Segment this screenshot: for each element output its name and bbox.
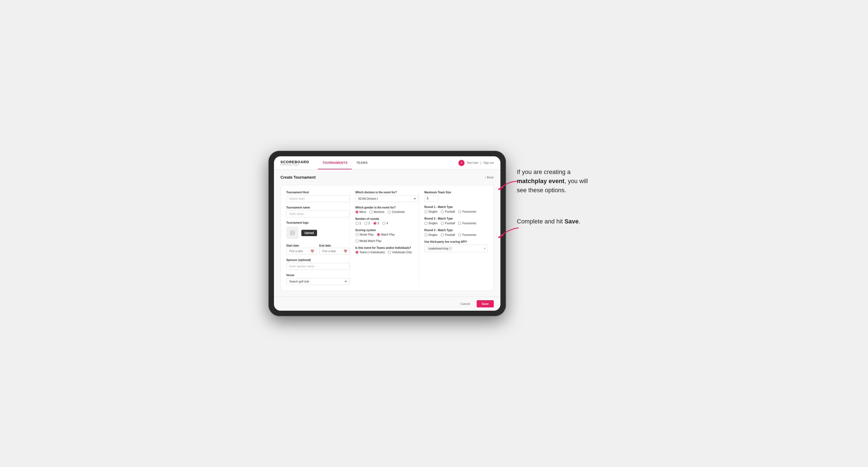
gender-womens-radio[interactable] xyxy=(370,211,373,214)
tablet-frame: SCOREBOARD Powered by clippit TOURNAMENT… xyxy=(269,151,506,316)
dates-group: Start date 📅 End date xyxy=(286,243,350,255)
round3-foursomes-option[interactable]: Foursomes xyxy=(458,234,476,237)
api-label: Use third-party live scoring API? xyxy=(425,240,488,243)
sign-out-link[interactable]: Sign out xyxy=(484,161,494,164)
round2-foursomes-option[interactable]: Foursomes xyxy=(458,222,476,225)
app-header: SCOREBOARD Powered by clippit TOURNAMENT… xyxy=(274,156,500,169)
gender-combined-radio[interactable] xyxy=(388,211,391,214)
scoring-medal-option[interactable]: Medal Match Play xyxy=(355,240,381,243)
round2-singles-option[interactable]: Singles xyxy=(425,222,438,225)
round1-singles-option[interactable]: Singles xyxy=(425,210,438,213)
cancel-button[interactable]: Cancel xyxy=(457,300,474,307)
logo-upload-area: Upload xyxy=(286,227,350,239)
sponsor-input[interactable] xyxy=(286,263,350,270)
scoring-match-option[interactable]: Match Play xyxy=(377,233,395,236)
back-button[interactable]: ‹ Back xyxy=(485,176,494,179)
tournament-host-input[interactable] xyxy=(286,195,350,202)
round3-singles-option[interactable]: Singles xyxy=(425,234,438,237)
round1-singles-radio[interactable] xyxy=(425,210,428,213)
teams-individuals-option[interactable]: Individuals Only xyxy=(388,251,412,254)
round2-fourball-radio[interactable] xyxy=(441,222,444,225)
rounds-4-radio[interactable] xyxy=(382,222,385,225)
rounds-1-option[interactable]: 1 xyxy=(355,222,361,225)
scoring-medal-radio[interactable] xyxy=(355,240,359,243)
rounds-3-option[interactable]: 3 xyxy=(373,222,379,225)
scoring-radio-group: Stroke Play Match Play Medal Match Play xyxy=(355,233,419,243)
round1-fourball-radio[interactable] xyxy=(441,210,444,213)
end-date-label: End date xyxy=(319,244,331,247)
round1-foursomes-label: Foursomes xyxy=(462,210,476,213)
teams-label: Is this event for Teams and/or Individua… xyxy=(355,246,419,249)
tournament-host-group: Tournament Host xyxy=(286,191,350,202)
rounds-2-radio[interactable] xyxy=(364,222,367,225)
round2-radio-group: Singles Fourball Foursomes xyxy=(425,222,488,225)
tournament-host-label: Tournament Host xyxy=(286,191,350,194)
main-content: Create Tournament ‹ Back Tournament Host… xyxy=(274,169,500,297)
rounds-3-radio[interactable] xyxy=(373,222,376,225)
rounds-label: Number of rounds xyxy=(355,217,419,220)
round3-fourball-option[interactable]: Fourball xyxy=(441,234,455,237)
nav-tab-tournaments[interactable]: TOURNAMENTS xyxy=(318,156,352,169)
api-tag-remove[interactable]: × xyxy=(449,247,451,250)
max-team-size-label: Maximum Team Size xyxy=(425,191,488,194)
tournament-logo-group: Tournament logo Upload xyxy=(286,221,350,239)
gender-mens-radio[interactable] xyxy=(355,211,359,214)
multiselect-arrow-icon: ▾ xyxy=(484,247,486,250)
scoring-match-label: Match Play xyxy=(381,233,395,236)
teams-group: Is this event for Teams and/or Individua… xyxy=(355,246,419,254)
round3-singles-radio[interactable] xyxy=(425,234,428,237)
round2-fourball-option[interactable]: Fourball xyxy=(441,222,455,225)
round2-foursomes-radio[interactable] xyxy=(458,222,461,225)
end-date-wrapper: 📅 xyxy=(319,248,350,255)
api-selected-tag: Leaderboard King × xyxy=(427,246,453,250)
gender-combined-option[interactable]: Combined xyxy=(388,211,405,214)
scoring-match-radio[interactable] xyxy=(377,233,380,236)
header-right: T Test User | Sign out xyxy=(459,160,494,166)
teams-teams-radio[interactable] xyxy=(355,251,359,254)
rounds-radio-group: 1 2 3 xyxy=(355,222,419,225)
api-multiselect[interactable]: Leaderboard King × ▾ xyxy=(425,245,488,252)
gender-womens-option[interactable]: Womens xyxy=(370,211,384,214)
upload-button[interactable]: Upload xyxy=(301,230,317,236)
venue-label: Venue xyxy=(286,274,350,277)
venue-select[interactable]: Search golf club xyxy=(286,278,350,285)
tournament-name-input[interactable] xyxy=(286,211,350,217)
round1-foursomes-radio[interactable] xyxy=(458,210,461,213)
round1-foursomes-option[interactable]: Foursomes xyxy=(458,210,476,213)
round3-foursomes-radio[interactable] xyxy=(458,234,461,237)
logo-placeholder xyxy=(286,227,299,239)
division-label: Which division is the event for? xyxy=(355,191,419,194)
teams-teams-option[interactable]: Teams (+Individuals) xyxy=(355,251,385,254)
scoring-stroke-option[interactable]: Stroke Play xyxy=(355,233,374,236)
api-tag-value: Leaderboard King xyxy=(429,247,448,250)
annotation-top-text: If you are creating a matchplay event, y… xyxy=(517,168,588,194)
round3-label: Round 3 - Match Type xyxy=(425,229,488,232)
round2-fourball-label: Fourball xyxy=(445,222,455,225)
tournament-name-label: Tournament name xyxy=(286,206,350,209)
round3-fourball-radio[interactable] xyxy=(441,234,444,237)
division-select[interactable]: NCAA Division I xyxy=(355,195,419,202)
max-team-size-group: Maximum Team Size xyxy=(425,191,488,201)
gender-mens-option[interactable]: Mens xyxy=(355,211,366,214)
scoring-group: Scoring system Stroke Play Match Play xyxy=(355,229,419,243)
rounds-1-radio[interactable] xyxy=(355,222,359,225)
round3-singles-label: Singles xyxy=(429,234,438,237)
round2-singles-radio[interactable] xyxy=(425,222,428,225)
rounds-4-option[interactable]: 4 xyxy=(382,222,388,225)
round3-radio-group: Singles Fourball Foursomes xyxy=(425,234,488,237)
teams-individuals-label: Individuals Only xyxy=(392,251,412,254)
round2-foursomes-label: Foursomes xyxy=(462,222,476,225)
start-date-wrapper: 📅 xyxy=(286,248,317,255)
save-button[interactable]: Save xyxy=(477,300,494,307)
teams-individuals-radio[interactable] xyxy=(388,251,391,254)
rounds-4-label: 4 xyxy=(386,222,388,225)
tablet-screen: SCOREBOARD Powered by clippit TOURNAMENT… xyxy=(274,156,500,311)
round2-section: Round 2 - Match Type Singles Fourball xyxy=(425,217,488,225)
max-team-size-input[interactable] xyxy=(425,195,438,201)
svg-marker-3 xyxy=(498,235,501,238)
nav-tab-teams[interactable]: TEAMS xyxy=(352,156,372,169)
round3-foursomes-label: Foursomes xyxy=(462,234,476,237)
rounds-2-option[interactable]: 2 xyxy=(364,222,370,225)
round1-fourball-option[interactable]: Fourball xyxy=(441,210,455,213)
scoring-stroke-radio[interactable] xyxy=(355,233,359,236)
